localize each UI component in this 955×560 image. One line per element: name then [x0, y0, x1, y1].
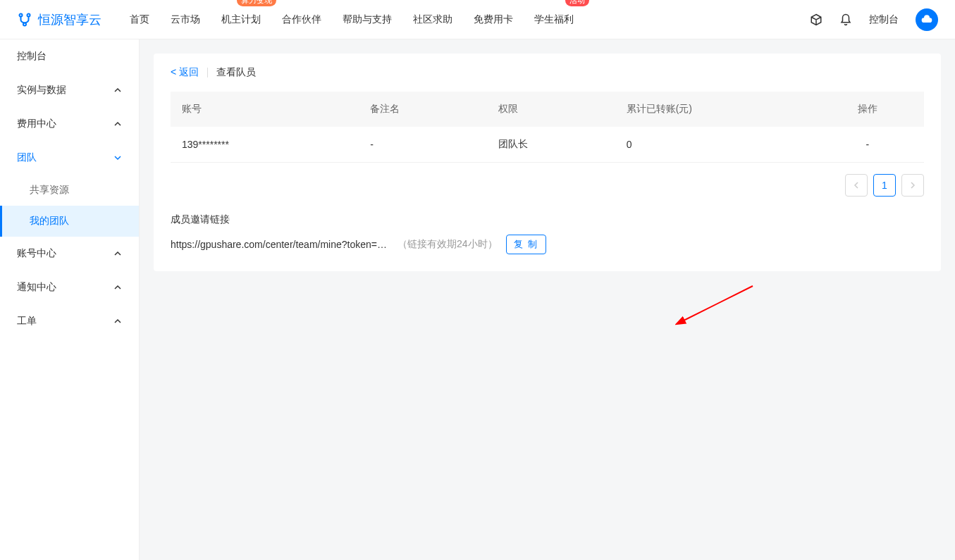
sidebar-item-5[interactable]: 通知中心	[0, 270, 139, 304]
page-prev[interactable]	[845, 174, 868, 197]
nav-item-1[interactable]: 云市场	[171, 0, 200, 39]
cell-remark: -	[359, 127, 487, 163]
pagination: 1	[171, 174, 924, 197]
sidebar-item-4[interactable]: 账号中心	[0, 237, 139, 270]
logo-icon	[17, 12, 32, 27]
sidebar-item-label: 团队	[17, 151, 37, 164]
members-table: 账号备注名权限累计已转账(元)操作 139********-团队长0-	[171, 92, 924, 163]
annotation-arrow	[675, 282, 760, 332]
cell-role: 团队长	[487, 127, 615, 163]
copy-button[interactable]: 复 制	[506, 235, 547, 254]
chevron-down-icon	[113, 86, 122, 94]
nav-badge: 活动	[565, 0, 589, 6]
sidebar-item-6[interactable]: 工单	[0, 304, 139, 338]
cell-account: 139********	[171, 127, 359, 163]
invite-link-text: https://gpushare.com/center/team/mine?to…	[171, 239, 389, 250]
divider	[207, 68, 208, 77]
cloud-icon	[921, 14, 932, 25]
table-row: 139********-团队长0-	[171, 127, 924, 163]
chevron-down-icon	[113, 249, 122, 258]
cube-icon[interactable]	[810, 13, 822, 26]
bell-icon[interactable]	[839, 13, 852, 26]
cell-action: -	[811, 127, 924, 163]
svg-line-3	[682, 286, 753, 321]
nav-item-6[interactable]: 免费用卡	[474, 0, 513, 39]
sidebar-item-label: 账号中心	[17, 247, 56, 260]
back-link[interactable]: < 返回	[171, 66, 199, 79]
sidebar-subitem-3-1[interactable]: 我的团队	[0, 206, 139, 237]
invite-hint: （链接有效期24小时）	[398, 238, 498, 251]
chevron-down-icon	[113, 283, 122, 292]
col-header: 累计已转账(元)	[615, 92, 811, 127]
nav-item-4[interactable]: 帮助与支持	[343, 0, 392, 39]
brand-logo[interactable]: 恒源智享云	[17, 11, 101, 28]
nav-items: 首页云市场机主计划算力变现合作伙伴帮助与支持社区求助免费用卡学生福利活动	[130, 0, 810, 39]
top-nav: 恒源智享云 首页云市场机主计划算力变现合作伙伴帮助与支持社区求助免费用卡学生福利…	[0, 0, 955, 39]
chevron-left-icon	[853, 182, 860, 189]
col-header: 权限	[487, 92, 615, 127]
main-content: < 返回 查看队员 账号备注名权限累计已转账(元)操作 139********-…	[140, 39, 955, 560]
cell-transferred: 0	[615, 127, 811, 163]
invite-section: 成员邀请链接 https://gpushare.com/center/team/…	[171, 213, 924, 254]
col-header: 账号	[171, 92, 359, 127]
chevron-down-icon	[113, 317, 122, 325]
col-header: 备注名	[359, 92, 487, 127]
sidebar-item-label: 工单	[17, 315, 37, 328]
nav-item-3[interactable]: 合作伙伴	[282, 0, 321, 39]
svg-point-1	[27, 13, 30, 16]
table-body: 139********-团队长0-	[171, 127, 924, 163]
page-next[interactable]	[901, 174, 924, 197]
sidebar-item-1[interactable]: 实例与数据	[0, 73, 139, 107]
invite-row: https://gpushare.com/center/team/mine?to…	[171, 235, 924, 254]
nav-right: 控制台	[810, 8, 938, 31]
col-header: 操作	[811, 92, 924, 127]
sidebar-item-2[interactable]: 费用中心	[0, 107, 139, 141]
card-header: < 返回 查看队员	[154, 54, 941, 92]
invite-title: 成员邀请链接	[171, 213, 924, 226]
brand-name: 恒源智享云	[38, 11, 101, 28]
table-header-row: 账号备注名权限累计已转账(元)操作	[171, 92, 924, 127]
nav-badge: 算力变现	[237, 0, 276, 6]
nav-item-7[interactable]: 学生福利活动	[534, 0, 574, 39]
chevron-down-icon	[113, 120, 122, 128]
nav-item-2[interactable]: 机主计划算力变现	[221, 0, 261, 39]
chevron-right-icon	[909, 182, 916, 189]
sidebar: 控制台实例与数据费用中心团队共享资源我的团队账号中心通知中心工单	[0, 39, 140, 560]
nav-item-5[interactable]: 社区求助	[413, 0, 452, 39]
sidebar-item-label: 控制台	[17, 50, 47, 63]
avatar[interactable]	[916, 8, 938, 31]
sidebar-item-label: 实例与数据	[17, 84, 66, 97]
sidebar-item-3[interactable]: 团队	[0, 141, 139, 175]
nav-console-link[interactable]: 控制台	[869, 13, 899, 26]
sidebar-item-0[interactable]: 控制台	[0, 39, 139, 73]
sidebar-subitem-3-0[interactable]: 共享资源	[0, 175, 139, 206]
sidebar-item-label: 费用中心	[17, 118, 56, 130]
svg-point-0	[19, 13, 22, 16]
page-1[interactable]: 1	[873, 174, 896, 197]
sidebar-item-label: 通知中心	[17, 281, 56, 294]
nav-item-0[interactable]: 首页	[130, 0, 149, 39]
chevron-up-icon	[113, 154, 122, 162]
team-card: < 返回 查看队员 账号备注名权限累计已转账(元)操作 139********-…	[154, 54, 941, 271]
page-title: 查看队员	[216, 66, 256, 79]
